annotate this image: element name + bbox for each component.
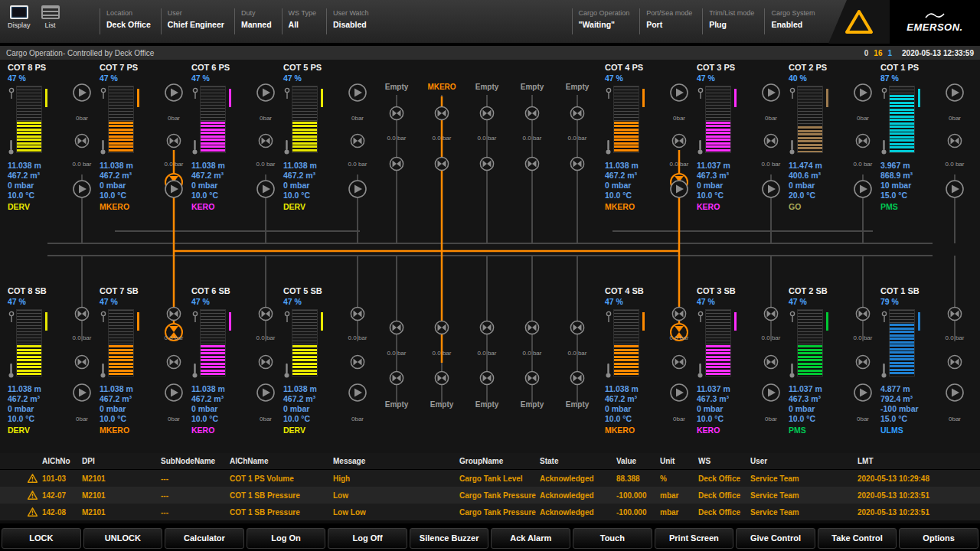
cargo-tank[interactable]: COT 5 PS 47 % xyxy=(279,63,371,207)
pump-icon[interactable] xyxy=(164,179,184,199)
valve-icon[interactable] xyxy=(570,156,585,171)
command-button[interactable]: Take Control xyxy=(818,528,897,549)
alarm-row[interactable]: 101-03 M2101 --- COT 1 PS Volume High Ca… xyxy=(0,470,980,487)
valve-icon[interactable] xyxy=(947,133,962,148)
command-button[interactable]: UNLOCK xyxy=(83,528,163,549)
pump-icon[interactable] xyxy=(669,83,689,103)
valve-icon[interactable] xyxy=(763,354,779,370)
display-view-button[interactable]: Display xyxy=(8,5,31,29)
valve-icon[interactable] xyxy=(570,370,585,386)
command-button[interactable]: Log On xyxy=(247,528,326,549)
cargo-tank[interactable]: COT 2 SB 47 % xyxy=(784,286,876,430)
valve-icon[interactable] xyxy=(389,156,404,171)
valve-icon[interactable] xyxy=(350,133,365,148)
cargo-tank[interactable]: COT 7 PS 47 % xyxy=(95,63,187,207)
cargo-tank[interactable]: COT 8 SB 47 % xyxy=(3,286,95,430)
valve-icon[interactable] xyxy=(434,106,449,121)
valve-icon[interactable] xyxy=(855,306,871,321)
valve-icon[interactable] xyxy=(671,133,687,148)
pump-icon[interactable] xyxy=(256,83,276,103)
pump-icon[interactable] xyxy=(761,179,781,199)
pump-icon[interactable] xyxy=(669,179,689,199)
valve-icon[interactable] xyxy=(671,354,687,370)
alarm-indicator-button[interactable] xyxy=(828,0,890,44)
pump-icon[interactable] xyxy=(761,83,781,103)
valve-icon[interactable] xyxy=(350,306,365,321)
valve-icon[interactable] xyxy=(74,306,90,321)
cargo-tank[interactable]: COT 8 PS 47 % xyxy=(3,63,95,207)
pump-icon[interactable] xyxy=(348,383,368,403)
pump-icon[interactable] xyxy=(72,83,92,103)
pump-icon[interactable] xyxy=(853,179,873,199)
command-button[interactable]: Touch xyxy=(573,528,652,549)
pump-icon[interactable] xyxy=(164,83,184,103)
cargo-tank[interactable]: COT 1 SB 79 % xyxy=(876,286,968,430)
valve-icon[interactable] xyxy=(434,320,449,335)
command-button[interactable]: Give Control xyxy=(736,528,815,549)
valve-icon[interactable] xyxy=(479,370,495,386)
cargo-tank[interactable]: COT 4 SB 47 % xyxy=(600,286,692,430)
valve-icon[interactable] xyxy=(524,106,540,121)
valve-icon[interactable] xyxy=(570,320,585,335)
list-view-button[interactable]: List xyxy=(41,5,60,29)
alarm-row[interactable]: 142-07 M2101 --- COT 1 SB Pressure Low C… xyxy=(0,487,980,504)
pump-icon[interactable] xyxy=(761,383,781,403)
valve-icon[interactable] xyxy=(947,306,962,321)
pump-icon[interactable] xyxy=(853,383,873,403)
valve-icon[interactable] xyxy=(389,370,404,386)
valve-icon[interactable] xyxy=(479,320,495,335)
pump-icon[interactable] xyxy=(853,83,873,103)
valve-icon[interactable] xyxy=(74,133,90,148)
alarm-row[interactable]: 142-08 M2101 --- COT 1 SB Pressure Low L… xyxy=(0,504,980,520)
valve-icon[interactable] xyxy=(434,156,449,171)
valve-icon[interactable] xyxy=(763,306,779,321)
pump-icon[interactable] xyxy=(256,179,276,199)
pump-icon[interactable] xyxy=(164,383,184,403)
valve-icon[interactable] xyxy=(855,354,871,370)
valve-icon[interactable] xyxy=(166,306,181,321)
valve-icon[interactable] xyxy=(947,354,962,370)
cargo-tank[interactable]: COT 1 PS 87 % xyxy=(876,63,968,207)
command-button[interactable]: Ack Alarm xyxy=(491,528,570,549)
valve-icon[interactable] xyxy=(350,354,365,370)
valve-icon[interactable] xyxy=(434,370,449,386)
valve-icon[interactable] xyxy=(166,133,181,148)
cargo-tank[interactable]: COT 2 PS 40 % xyxy=(784,63,876,207)
cargo-tank[interactable]: COT 3 PS 47 % xyxy=(692,63,784,207)
cargo-tank[interactable]: COT 7 SB 47 % xyxy=(95,286,187,430)
valve-icon[interactable] xyxy=(524,156,540,171)
valve-icon[interactable] xyxy=(570,106,585,121)
cargo-tank[interactable]: COT 6 PS 47 % xyxy=(187,63,279,207)
cargo-tank[interactable]: COT 5 SB 47 % xyxy=(279,286,371,430)
command-button[interactable]: Silence Buzzer xyxy=(410,528,489,549)
pump-icon[interactable] xyxy=(256,383,276,403)
cargo-tank[interactable]: COT 6 SB 47 % xyxy=(187,286,279,430)
pump-icon[interactable] xyxy=(72,383,92,403)
pump-icon[interactable] xyxy=(348,179,368,199)
valve-icon[interactable] xyxy=(166,354,181,370)
cargo-tank[interactable]: COT 3 SB 47 % xyxy=(692,286,784,430)
valve-icon[interactable] xyxy=(479,106,495,121)
valve-icon[interactable] xyxy=(524,320,540,335)
valve-icon[interactable] xyxy=(524,370,540,386)
valve-icon[interactable] xyxy=(258,133,273,148)
pump-icon[interactable] xyxy=(945,179,965,199)
pump-icon[interactable] xyxy=(348,83,368,103)
pump-icon[interactable] xyxy=(669,383,689,403)
pump-icon[interactable] xyxy=(945,383,965,403)
command-button[interactable]: LOCK xyxy=(2,528,81,549)
cargo-tank[interactable]: COT 4 PS 47 % xyxy=(600,63,692,207)
valve-icon[interactable] xyxy=(855,133,871,148)
command-button[interactable]: Print Screen xyxy=(655,528,734,549)
pump-icon[interactable] xyxy=(72,179,92,199)
valve-icon[interactable] xyxy=(479,156,495,171)
valve-icon[interactable] xyxy=(258,306,273,321)
command-button[interactable]: Options xyxy=(899,528,978,549)
valve-icon[interactable] xyxy=(389,106,404,121)
command-button[interactable]: Log Off xyxy=(328,528,407,549)
command-button[interactable]: Calculator xyxy=(165,528,244,549)
valve-icon[interactable] xyxy=(258,354,273,370)
valve-icon[interactable] xyxy=(389,320,404,335)
valve-icon[interactable] xyxy=(763,133,779,148)
valve-icon[interactable] xyxy=(671,306,687,321)
